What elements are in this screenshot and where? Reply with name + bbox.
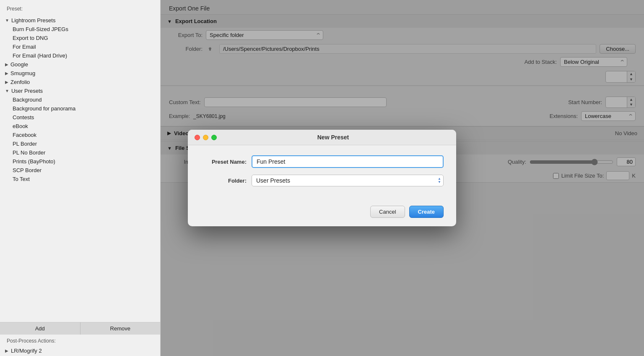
cancel-button[interactable]: Cancel: [370, 206, 405, 218]
group-google-label: Google: [10, 61, 28, 68]
start-number-down-btn[interactable]: ▼: [627, 102, 635, 107]
add-to-stack-row: Add to Stack: Below Original: [161, 55, 644, 68]
example-value: _SKY6801.jpg: [193, 113, 226, 119]
preset-to-text[interactable]: To Text: [0, 175, 160, 183]
file-naming-area: Custom Text: Start Number: ▲ ▼ Example: …: [161, 86, 644, 127]
extensions-label: Extensions:: [550, 113, 578, 119]
lr-mogrify-label: LR/Mogrify 2: [11, 348, 42, 354]
extensions-select-wrapper: Lowercase: [581, 111, 636, 121]
start-number-stepper[interactable]: ▲ ▼: [605, 97, 636, 108]
stepper-up-button[interactable]: ▲: [627, 71, 635, 77]
modal-folder-select-wrapper: User Presets Lightroom Presets ▲ ▼: [252, 175, 444, 186]
folder-arrow-icon: ▼: [206, 46, 214, 52]
modal-title: New Preset: [217, 134, 449, 141]
limit-size-label: Limit File Size To:: [561, 173, 604, 179]
preset-background-panorama[interactable]: Background for panorama: [0, 104, 160, 113]
group-user-presets[interactable]: ▼ User Presets: [0, 86, 160, 95]
custom-and-extensions-row: Custom Text: Start Number: ▲ ▼: [161, 95, 644, 110]
export-location-arrow-icon: ▼: [167, 19, 172, 24]
preset-for-email-hd[interactable]: For Email (Hard Drive): [0, 51, 160, 60]
folder-label: Folder:: [169, 46, 203, 52]
add-to-stack-select[interactable]: Below Original: [560, 57, 627, 67]
modal-folder-label: Folder:: [200, 178, 247, 184]
export-location-section: ▼ Export Location Export To: Specific fo…: [161, 14, 644, 86]
preset-facebook[interactable]: Facebook: [0, 131, 160, 139]
preset-export-dng[interactable]: Export to DNG: [0, 34, 160, 42]
folder-path-display: /Users/Spencer/Pictures/Dropbox/Prints: [219, 44, 596, 54]
limit-size-unit: K: [632, 173, 636, 179]
group-smugmug-label: Smugmug: [10, 70, 35, 76]
minimize-window-button[interactable]: [203, 135, 208, 140]
limit-size-checkbox[interactable]: [553, 173, 559, 179]
new-preset-modal: New Preset Preset Name: Folder: User Pre…: [188, 130, 456, 226]
naming-select-row: [161, 90, 644, 95]
limit-size-input[interactable]: 100: [606, 171, 629, 180]
preset-burn-jpegs[interactable]: Burn Full-Sized JPEGs: [0, 25, 160, 34]
export-location-header[interactable]: ▼ Export Location: [161, 15, 644, 28]
preset-pl-border[interactable]: PL Border: [0, 139, 160, 148]
group-lightroom-label: Lightroom Presets: [11, 17, 56, 24]
preset-name-row: Preset Name:: [200, 155, 444, 168]
arrow-right-icon: ▶: [5, 62, 8, 67]
start-number-label: Start Number:: [568, 99, 602, 105]
preset-ebook[interactable]: eBook: [0, 122, 160, 131]
export-to-select-wrapper: Specific folder: [206, 30, 323, 40]
quality-slider[interactable]: [530, 159, 613, 165]
example-and-ext-row: Example: _SKY6801.jpg Extensions: Lowerc…: [161, 110, 644, 123]
arrow-right-icon-3: ▶: [5, 80, 8, 84]
preset-scp-border[interactable]: SCP Border: [0, 166, 160, 175]
arrow-right-icon-2: ▶: [5, 71, 8, 76]
sequence-input[interactable]: [606, 72, 627, 81]
sequence-stepper[interactable]: ▲ ▼: [605, 71, 636, 83]
group-zenfolio[interactable]: ▶ Zenfolio: [0, 78, 160, 86]
group-smugmug[interactable]: ▶ Smugmug: [0, 69, 160, 78]
preset-contests[interactable]: Contests: [0, 113, 160, 122]
extensions-select[interactable]: Lowercase: [581, 111, 636, 121]
add-to-stack-label: Add to Stack:: [525, 59, 557, 65]
group-google[interactable]: ▶ Google: [0, 60, 160, 69]
traffic-lights: [195, 135, 217, 140]
quality-value: 80: [617, 157, 636, 166]
post-process-lr-mogrify[interactable]: ▶ LR/Mogrify 2: [0, 346, 160, 356]
arrow-down-icon-2: ▼: [5, 89, 9, 93]
choose-folder-button[interactable]: Choose...: [600, 44, 636, 54]
start-number-input[interactable]: [606, 98, 627, 107]
start-number-up-btn[interactable]: ▲: [627, 97, 635, 102]
video-status: No Video: [615, 130, 637, 136]
post-process-label: Post-Process Actions:: [0, 335, 160, 346]
folder-row: Folder: ▼ /Users/Spencer/Pictures/Dropbo…: [161, 42, 644, 55]
modal-body: Preset Name: Folder: User Presets Lightr…: [188, 145, 456, 202]
main-title: Export One File: [161, 0, 644, 14]
video-arrow-icon: ▶: [167, 131, 171, 136]
preset-label: Preset:: [0, 0, 160, 14]
preset-for-email[interactable]: For Email: [0, 42, 160, 51]
video-title: Video: [174, 130, 189, 136]
add-preset-button[interactable]: Add: [0, 322, 80, 335]
close-window-button[interactable]: [195, 135, 200, 140]
add-to-stack-select-wrapper: Below Original: [560, 57, 627, 67]
modal-folder-select[interactable]: User Presets Lightroom Presets: [252, 175, 444, 186]
preset-prints-bayphoto[interactable]: Prints (BayPhoto): [0, 157, 160, 166]
stepper-down-button[interactable]: ▼: [627, 77, 635, 82]
modal-folder-row: Folder: User Presets Lightroom Presets ▲…: [200, 175, 444, 186]
sidebar: Preset: ▼ Lightroom Presets Burn Full-Si…: [0, 0, 161, 356]
export-to-select[interactable]: Specific folder: [206, 30, 323, 40]
stepper-row: ▲ ▼: [161, 68, 644, 85]
preset-pl-no-border[interactable]: PL No Border: [0, 148, 160, 157]
export-location-title: Export Location: [175, 18, 217, 24]
maximize-window-button[interactable]: [211, 135, 217, 140]
preset-name-label: Preset Name:: [200, 159, 247, 165]
modal-buttons: Cancel Create: [188, 202, 456, 226]
custom-text-input[interactable]: [204, 97, 387, 107]
create-button[interactable]: Create: [409, 206, 444, 218]
group-zenfolio-label: Zenfolio: [10, 79, 30, 85]
preset-name-input[interactable]: [252, 155, 444, 168]
sidebar-action-buttons: Add Remove: [0, 322, 160, 335]
export-to-row: Export To: Specific folder: [161, 28, 644, 42]
modal-titlebar: New Preset: [188, 130, 456, 145]
group-lightroom-presets[interactable]: ▼ Lightroom Presets: [0, 16, 160, 25]
example-label: Example:: [169, 113, 190, 119]
custom-text-label: Custom Text:: [169, 99, 201, 105]
preset-background[interactable]: Background: [0, 95, 160, 104]
remove-preset-button[interactable]: Remove: [80, 322, 161, 335]
